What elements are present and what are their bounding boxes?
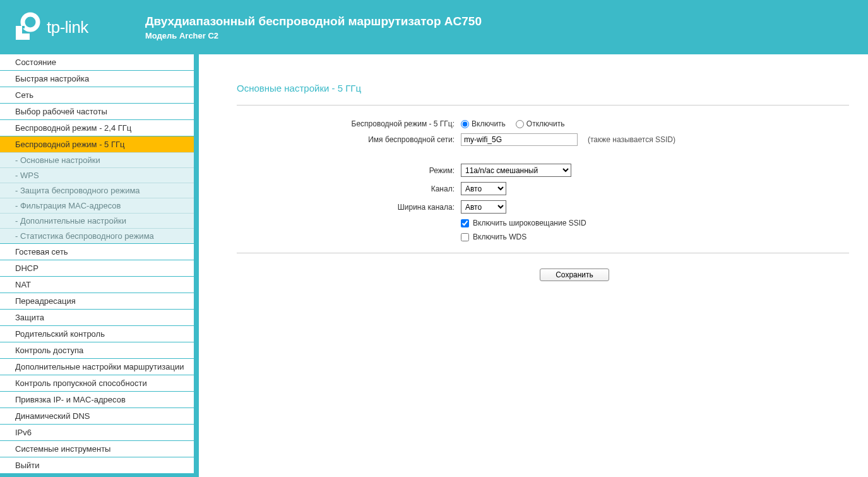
- page-title: Основные настройки - 5 ГГц: [237, 61, 849, 105]
- width-label: Ширина канала:: [237, 203, 461, 212]
- wds-check[interactable]: [461, 233, 469, 241]
- main-content: Основные настройки - 5 ГГц Беспроводной …: [199, 54, 868, 477]
- sidebar-item[interactable]: Дополнительные настройки маршрутизации: [0, 358, 194, 375]
- product-model: Модель Archer C2: [145, 31, 482, 40]
- broadcast-check[interactable]: [461, 219, 469, 227]
- separator: [237, 253, 849, 253]
- sidebar-subitem[interactable]: - Статистика беспроводного режима: [0, 228, 194, 243]
- svg-rect-2: [16, 33, 30, 40]
- sidebar-subitem[interactable]: - Основные настройки: [0, 152, 194, 167]
- sidebar-item[interactable]: Переадресация: [0, 293, 194, 309]
- sidebar-item[interactable]: NAT: [0, 276, 194, 293]
- tplink-logo-icon: [13, 12, 43, 42]
- broadcast-checkbox[interactable]: Включить широковещание SSID: [461, 219, 586, 227]
- ssid-note: (также называется SSID): [588, 135, 675, 144]
- sidebar: СостояниеБыстрая настройкаСетьВыбор рабо…: [0, 54, 199, 477]
- sidebar-item[interactable]: Выбор рабочей частоты: [0, 103, 194, 119]
- sidebar-subitem[interactable]: - Защита беспроводного режима: [0, 183, 194, 198]
- separator: [237, 105, 849, 106]
- wds-label: Включить WDS: [473, 232, 526, 241]
- radio-enable[interactable]: [461, 120, 469, 128]
- sidebar-subitem[interactable]: - Дополнительные настройки: [0, 213, 194, 228]
- broadcast-label: Включить широковещание SSID: [473, 219, 586, 227]
- wds-checkbox[interactable]: Включить WDS: [461, 232, 526, 241]
- sidebar-item[interactable]: DHCP: [0, 260, 194, 276]
- save-button[interactable]: Сохранить: [540, 269, 609, 281]
- radio-disable-label: Отключить: [526, 119, 565, 128]
- sidebar-item[interactable]: Контроль доступа: [0, 342, 194, 358]
- mode-select[interactable]: 11a/n/ac смешанный: [461, 164, 571, 177]
- radio-disable[interactable]: [516, 120, 524, 128]
- sidebar-item[interactable]: Привязка IP- и MAC-адресов: [0, 391, 194, 408]
- sidebar-item[interactable]: Родительский контроль: [0, 325, 194, 342]
- width-select[interactable]: Авто: [461, 200, 506, 214]
- sidebar-item[interactable]: Состояние: [0, 54, 194, 70]
- sidebar-item[interactable]: Системные инструменты: [0, 440, 194, 457]
- sidebar-item[interactable]: Беспроводной режим - 5 ГГц: [0, 136, 194, 152]
- wireless-label: Беспроводной режим - 5 ГГц:: [237, 119, 461, 128]
- brand-text: tp-link: [47, 18, 88, 37]
- sidebar-subitem[interactable]: - Фильтрация MAC-адресов: [0, 198, 194, 213]
- svg-point-0: [23, 15, 38, 30]
- wireless-enable-radio[interactable]: Включить: [461, 119, 506, 128]
- sidebar-item[interactable]: Беспроводной режим - 2,4 ГГц: [0, 119, 194, 136]
- sidebar-item[interactable]: Быстрая настройка: [0, 70, 194, 87]
- sidebar-item[interactable]: Сеть: [0, 87, 194, 103]
- brand-logo: tp-link: [13, 12, 145, 42]
- sidebar-item[interactable]: IPv6: [0, 424, 194, 440]
- sidebar-item[interactable]: Динамический DNS: [0, 408, 194, 424]
- sidebar-subitem[interactable]: - WPS: [0, 167, 194, 183]
- sidebar-item[interactable]: Защита: [0, 309, 194, 325]
- product-title: Двухдиапазонный беспроводной маршрутизат…: [145, 15, 482, 28]
- sidebar-item[interactable]: Выйти: [0, 457, 194, 473]
- sidebar-item[interactable]: Гостевая сеть: [0, 243, 194, 260]
- mode-label: Режим:: [237, 166, 461, 175]
- wireless-disable-radio[interactable]: Отключить: [516, 119, 565, 128]
- radio-enable-label: Включить: [472, 119, 506, 128]
- header: tp-link Двухдиапазонный беспроводной мар…: [0, 0, 868, 54]
- channel-label: Канал:: [237, 184, 461, 193]
- ssid-input[interactable]: [461, 133, 578, 146]
- svg-rect-3: [22, 26, 25, 28]
- channel-select[interactable]: Авто: [461, 182, 506, 195]
- ssid-label: Имя беспроводной сети:: [237, 135, 461, 144]
- header-titles: Двухдиапазонный беспроводной маршрутизат…: [145, 15, 482, 40]
- sidebar-item[interactable]: Контроль пропускной способности: [0, 375, 194, 391]
